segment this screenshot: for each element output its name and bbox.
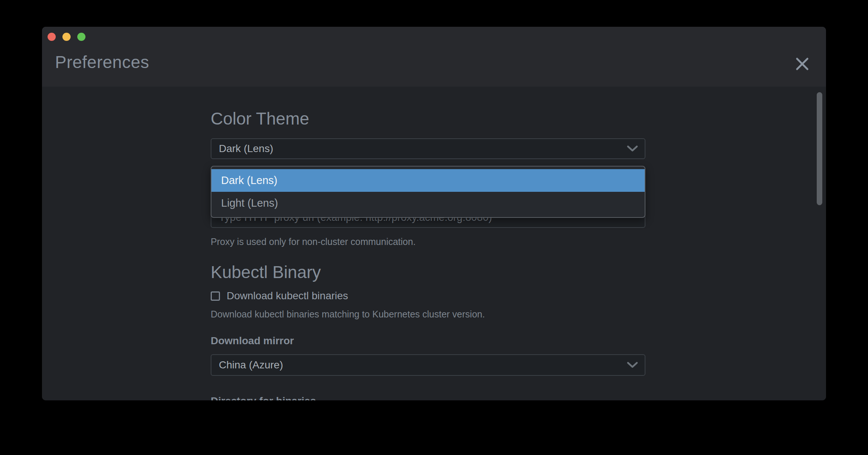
download-mirror-select[interactable]: China (Azure) bbox=[211, 354, 645, 376]
vertical-scrollbar-thumb[interactable] bbox=[817, 92, 822, 205]
title-bar: Preferences bbox=[42, 27, 826, 87]
kubectl-hint-text: Download kubectl binaries matching to Ku… bbox=[211, 309, 645, 320]
color-theme-heading: Color Theme bbox=[211, 110, 645, 127]
color-theme-dropdown-menu: Dark (Lens) Light (Lens) bbox=[211, 166, 645, 218]
download-kubectl-checkbox[interactable] bbox=[211, 291, 220, 301]
page-title: Preferences bbox=[55, 54, 149, 71]
kubectl-binary-heading: Kubectl Binary bbox=[211, 264, 645, 281]
traffic-light-maximize-icon[interactable] bbox=[77, 33, 85, 41]
dropdown-option-light[interactable]: Light (Lens) bbox=[211, 192, 645, 214]
dropdown-option-dark[interactable]: Dark (Lens) bbox=[211, 169, 645, 192]
traffic-light-close-icon[interactable] bbox=[48, 33, 56, 41]
download-kubectl-checkbox-row[interactable]: Download kubectl binaries bbox=[211, 291, 645, 301]
traffic-light-minimize-icon[interactable] bbox=[62, 33, 71, 41]
preferences-window: Preferences Color Theme Dark (Lens) Dark… bbox=[42, 27, 826, 400]
close-icon bbox=[794, 56, 810, 72]
download-mirror-select-value: China (Azure) bbox=[219, 359, 283, 371]
directory-for-binaries-label: Directory for binaries bbox=[211, 396, 645, 400]
download-kubectl-checkbox-label: Download kubectl binaries bbox=[227, 290, 348, 302]
color-theme-select-value: Dark (Lens) bbox=[219, 143, 273, 155]
preferences-content: Color Theme Dark (Lens) Dark (Lens) Ligh… bbox=[42, 87, 826, 400]
chevron-down-icon bbox=[627, 145, 638, 152]
close-button[interactable] bbox=[794, 56, 810, 72]
color-theme-select[interactable]: Dark (Lens) bbox=[211, 138, 645, 159]
chevron-down-icon bbox=[627, 362, 638, 368]
download-mirror-label: Download mirror bbox=[211, 336, 645, 346]
proxy-hint-text: Proxy is used only for non-cluster commu… bbox=[211, 236, 645, 248]
